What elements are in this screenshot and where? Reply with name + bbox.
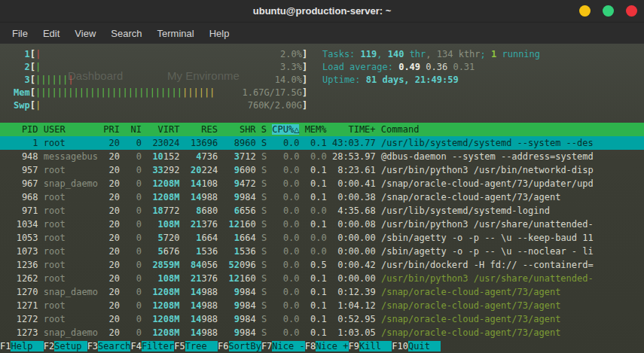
cell-command: /snap/oracle-cloud-agent/73/updater/upd: [381, 178, 594, 189]
text: [300, 151, 305, 162]
cell-pad: [147, 246, 157, 257]
process-row-967[interactable]: 967 snap_daemo 20 0 1208M 14108 9472 S 0…: [0, 177, 644, 190]
summary-segment: 140: [388, 49, 404, 59]
cell-mem: 664: [201, 233, 218, 243]
process-row-1034[interactable]: 1034 root 20 0 108M 21376 12160 S 0.0 0.…: [0, 218, 644, 231]
menu-search[interactable]: Search: [103, 25, 149, 42]
cell-pad: [185, 314, 191, 324]
cell-pad: [185, 205, 196, 216]
text: [256, 260, 261, 270]
cell-mem-pct: 0.1: [305, 219, 327, 230]
cell-command: /usr/lib/systemd/systemd --system --des: [381, 138, 594, 148]
cell-mem: 736: [201, 151, 218, 162]
fkey-label: Nice -: [272, 341, 304, 351]
fkey-F6[interactable]: F6SortBy: [218, 339, 261, 353]
text: [256, 233, 261, 243]
fkey-F7[interactable]: F7Nice -: [261, 339, 305, 353]
text: [300, 192, 305, 202]
cell-mem: 676: [163, 246, 180, 257]
cell-pad: [223, 314, 233, 324]
cell-ni: 0: [125, 287, 142, 297]
meter-space: [41, 100, 248, 111]
menu-bar: File Edit View Search Terminal Help: [0, 23, 644, 44]
cell-pad: [185, 260, 191, 270]
fkey-F9[interactable]: F9Kill: [349, 339, 392, 353]
menu-file[interactable]: File: [5, 25, 35, 42]
cell-mem: 14: [191, 192, 201, 202]
fkey-F5[interactable]: F5Tree: [174, 339, 218, 353]
cell-mem-pct: 0.1: [305, 314, 327, 324]
fkey-F10[interactable]: F10Quit: [392, 339, 441, 353]
cell-command: /usr/bin/dockerd -H fd:// --containerd=: [381, 260, 594, 270]
process-row-1236[interactable]: 1236 root 20 0 2859M 84056 52096 S 0.0 0…: [0, 258, 644, 272]
cell-user: root: [44, 219, 98, 230]
process-row-1273[interactable]: 1273 snap_daemo 20 0 1208M 14988 9984 S …: [0, 326, 644, 339]
process-row-1272[interactable]: 1272 root 20 0 1208M 14988 9984 S 0.0 0.…: [0, 312, 644, 326]
cell-command: /snap/oracle-cloud-agent/73/agent: [381, 192, 560, 202]
cell-pid: 967: [0, 178, 38, 189]
cell-mem: 6: [234, 205, 240, 216]
meter-ticks: |||||||||||||||||||||||||||: [35, 87, 182, 98]
cell-ni: 0: [125, 219, 142, 230]
meter-value: 760K/2.00G: [248, 100, 302, 111]
summary-segment: ;: [481, 49, 491, 59]
system-summary: Tasks: 119, 140 thr, 134 kthr; 1 running…: [322, 48, 644, 112]
text: [38, 233, 44, 243]
cell-mem: 720: [163, 233, 180, 243]
process-row-1271[interactable]: 1271 root 20 0 1208M 14988 9984 S 0.0 0.…: [0, 299, 644, 312]
cell-pri: 20: [103, 178, 120, 189]
text: [180, 314, 185, 324]
process-row-971[interactable]: 971 root 20 0 18772 8680 6656 S 0.0 0.0 …: [0, 204, 644, 218]
table-header[interactable]: PID USER PRI NI VIRT RES SHR S CPU%△ MEM…: [0, 123, 644, 136]
cell-mem: 984: [240, 327, 256, 338]
cell-mem-pct: 0.0: [305, 205, 327, 216]
process-row-968[interactable]: 968 root 20 0 1208M 14988 9984 S 0.0 0.1…: [0, 190, 644, 204]
close-button[interactable]: [626, 5, 637, 17]
fkey-F1[interactable]: F1Help: [0, 339, 44, 353]
menu-view[interactable]: View: [67, 25, 103, 42]
fkey-number: F7: [261, 341, 272, 351]
text: [376, 273, 381, 284]
terminal-content[interactable]: Dashboard My Environme 1[| 2.0%] 2[| 3.3…: [0, 44, 644, 353]
fkey-F8[interactable]: F8Nice +: [305, 339, 349, 353]
process-row-1[interactable]: 1 root 20 0 23024 13696 8960 S 0.0 0.1 4…: [0, 136, 644, 150]
text: [256, 192, 261, 202]
summary-line: Load average: 0.49 0.36 0.31: [322, 61, 644, 74]
cell-command: /sbin/agetty -o -p -- \u --keep-baud 11: [381, 233, 594, 243]
process-row-1270[interactable]: 1270 snap_daemo 20 0 1208M 14988 9984 S …: [0, 285, 644, 299]
text: [256, 138, 261, 148]
fkey-F4[interactable]: F4Filter: [130, 339, 174, 353]
text: [256, 300, 261, 311]
meter-bracket: ]: [302, 62, 307, 72]
cell-time: 0:12.39: [332, 287, 376, 297]
meter-bracket: [: [30, 62, 35, 72]
process-row-948[interactable]: 948 messagebus 20 0 10152 4736 3712 S 0.…: [0, 150, 644, 163]
cell-mem: 984: [240, 287, 256, 297]
text: [256, 151, 261, 162]
text: [327, 260, 332, 270]
menu-terminal[interactable]: Terminal: [150, 25, 202, 42]
cell-pad: [185, 233, 196, 243]
process-row-957[interactable]: 957 root 20 0 33292 20224 9600 S 0.0 0.1…: [0, 163, 644, 177]
process-row-1053[interactable]: 1053 root 20 0 5720 1664 1664 S 0.0 0.0 …: [0, 231, 644, 245]
text: [327, 138, 332, 148]
maximize-button[interactable]: [603, 5, 614, 17]
text: [376, 314, 381, 324]
cell-pad: [185, 219, 191, 230]
text: [376, 151, 381, 162]
process-row-1073[interactable]: 1073 root 20 0 5676 1536 1536 S 0.0 0.0 …: [0, 245, 644, 258]
minimize-button[interactable]: [579, 5, 591, 17]
summary-segment: ,: [377, 49, 387, 59]
cell-time: 0:00.00: [332, 273, 376, 284]
cell-mem: 2859M: [152, 260, 179, 270]
cell-mem: 160: [240, 219, 256, 230]
fkey-F2[interactable]: F2Setup: [44, 339, 87, 353]
cell-mem-pct: 0.1: [305, 273, 327, 284]
fkey-label: Setup: [54, 341, 87, 351]
fkey-F3[interactable]: F3Search: [87, 339, 131, 353]
col-command: Command: [381, 124, 420, 135]
menu-edit[interactable]: Edit: [35, 25, 67, 42]
process-row-1262[interactable]: 1262 root 20 0 108M 21376 12160 S 0.0 0.…: [0, 272, 644, 285]
menu-help[interactable]: Help: [202, 25, 237, 42]
titlebar[interactable]: ubuntu@production-server: ~: [0, 0, 644, 23]
